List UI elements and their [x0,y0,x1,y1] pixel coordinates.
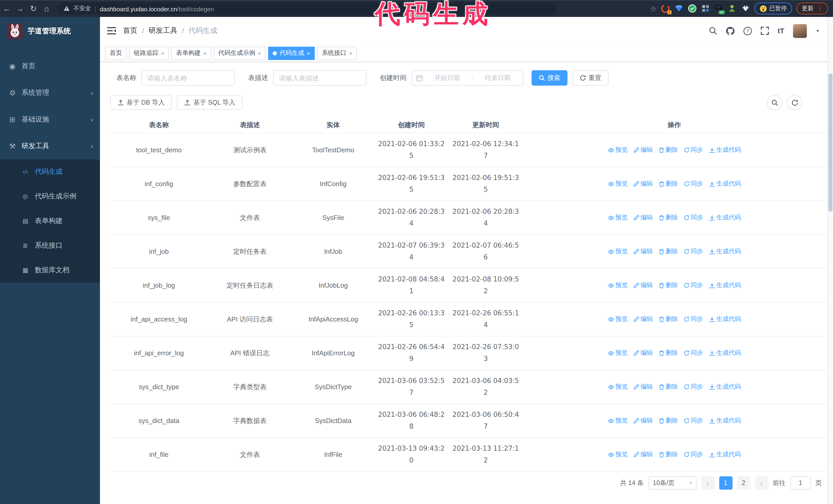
preview-link[interactable]: 预览 [608,383,628,391]
edit-link[interactable]: 编辑 [633,349,653,357]
generate-code-link[interactable]: 生成代码 [709,281,741,290]
sync-link[interactable]: 同步 [684,179,703,188]
delete-link[interactable]: 删除 [659,450,678,459]
preview-link[interactable]: 预览 [608,281,628,290]
sidebar-toggle-button[interactable] [107,27,116,34]
extension-dark-icon[interactable]: on [714,4,723,13]
preview-link[interactable]: 预览 [608,179,628,188]
github-icon[interactable] [726,26,735,35]
sidebar-item-home[interactable]: ◉ 首页 [0,53,100,79]
browser-update-button[interactable]: 更新 ⋮ [796,3,828,14]
tab-close-icon[interactable]: × [307,50,310,56]
app-logo[interactable]: 芋道管理系统 [0,17,100,46]
extension-reddit-icon[interactable]: 1 [661,4,670,13]
browser-forward-button[interactable]: → [13,4,27,13]
font-size-icon[interactable]: tT [778,27,784,35]
preview-link[interactable]: 预览 [608,450,628,459]
generate-code-link[interactable]: 生成代码 [709,349,741,357]
sync-link[interactable]: 同步 [684,247,703,256]
delete-link[interactable]: 删除 [659,349,678,357]
generate-code-link[interactable]: 生成代码 [709,213,741,222]
kebab-menu-icon[interactable]: ⋮ [817,5,823,12]
sidebar-item-codegen[interactable]: ‹/› 代码生成 [0,160,100,184]
tab-close-icon[interactable]: × [161,50,164,56]
generate-code-link[interactable]: 生成代码 [709,450,741,459]
page-2[interactable]: 2 [737,476,750,490]
breadcrumb-dev-tools[interactable]: 研发工具 [149,26,177,35]
help-icon[interactable]: ? [743,26,752,35]
sync-link[interactable]: 同步 [684,349,703,357]
delete-link[interactable]: 删除 [659,213,678,222]
generate-code-link[interactable]: 生成代码 [709,179,741,188]
sync-link[interactable]: 同步 [684,146,703,154]
preview-link[interactable]: 预览 [608,349,628,357]
preview-link[interactable]: 预览 [608,416,628,425]
sync-link[interactable]: 同步 [684,450,703,459]
table-name-input[interactable] [142,70,235,86]
user-avatar[interactable] [793,24,807,38]
browser-home-button[interactable]: ⌂ [40,4,53,13]
tab-close-icon[interactable]: × [349,50,352,56]
tab-home[interactable]: 首页 [105,46,127,60]
edit-link[interactable]: 编辑 [633,383,653,391]
db-import-button[interactable]: 基于 DB 导入 [110,95,172,110]
browser-reload-button[interactable]: ↻ [27,4,40,13]
sidebar-item-codegen-example[interactable]: ◎ 代码生成示例 [0,184,100,209]
sidebar-item-system-api[interactable]: ≣ 系统接口 [0,233,100,258]
profile-paused-pill[interactable]: 已暂停 [754,3,792,14]
preview-link[interactable]: 预览 [608,247,628,256]
browser-back-button[interactable]: ← [0,4,13,13]
preview-link[interactable]: 预览 [608,315,628,323]
search-icon[interactable] [709,27,717,35]
sync-link[interactable]: 同步 [684,416,703,425]
tab-form-build[interactable]: 表单构建 × [171,46,211,60]
extension-green-icon[interactable] [728,4,736,13]
address-bar[interactable]: 不安全 | dashboard.yudao.iocoder.cn/tool/co… [57,3,557,14]
generate-code-link[interactable]: 生成代码 [709,146,741,154]
delete-link[interactable]: 删除 [659,146,678,154]
sidebar-item-db-doc[interactable]: ▦ 数据库文档 [0,258,100,283]
tab-close-icon[interactable]: × [258,50,261,56]
reset-button[interactable]: 重置 [573,70,609,86]
delete-link[interactable]: 删除 [659,281,678,290]
sync-link[interactable]: 同步 [684,281,703,290]
sync-link[interactable]: 同步 [684,383,703,391]
tab-close-icon[interactable]: × [203,50,207,56]
sync-link[interactable]: 同步 [684,213,703,222]
delete-link[interactable]: 删除 [659,247,678,256]
toggle-search-button[interactable] [767,95,782,110]
breadcrumb-home[interactable]: 首页 [123,26,137,35]
preview-link[interactable]: 预览 [608,146,628,154]
generate-code-link[interactable]: 生成代码 [709,247,741,256]
table-desc-input[interactable] [273,70,366,86]
tab-codegen-example[interactable]: 代码生成示例 × [214,46,266,60]
extension-gem-icon[interactable] [674,4,683,13]
sidebar-item-infrastructure[interactable]: ⊞ 基础设施 ∨ [0,106,100,133]
fullscreen-icon[interactable] [761,27,769,35]
preview-link[interactable]: 预览 [608,213,628,222]
delete-link[interactable]: 删除 [659,179,678,188]
avatar-caret-icon[interactable]: ▼ [815,28,820,33]
edit-link[interactable]: 编辑 [633,247,653,256]
next-page-button[interactable]: › [755,476,768,490]
edit-link[interactable]: 编辑 [633,450,653,459]
extensions-puzzle-icon[interactable] [741,4,750,13]
page-size-select[interactable]: 10条/页 ▾ [648,476,696,490]
delete-link[interactable]: 删除 [659,416,678,425]
sidebar-item-system-mgmt[interactable]: ⚙ 系统管理 ∨ [0,79,100,106]
prev-page-button[interactable]: ‹ [701,476,714,490]
tab-codegen[interactable]: 代码生成 × [268,46,315,60]
scrollbar-thumb[interactable] [828,73,832,212]
sidebar-item-form-build[interactable]: ▤ 表单构建 [0,209,100,233]
edit-link[interactable]: 编辑 [633,281,653,290]
sync-link[interactable]: 同步 [684,315,703,323]
edit-link[interactable]: 编辑 [633,146,653,154]
edit-link[interactable]: 编辑 [633,416,653,425]
sql-import-button[interactable]: 基于 SQL 导入 [177,95,242,110]
date-range-picker[interactable]: 开始日期 - 结束日期 [412,70,523,86]
edit-link[interactable]: 编辑 [633,315,653,323]
generate-code-link[interactable]: 生成代码 [709,416,741,425]
sidebar-item-dev-tools[interactable]: ⚒ 研发工具 ∧ [0,133,100,160]
extension-grid-icon[interactable] [701,4,710,13]
bookmark-star-icon[interactable]: ☆ [650,4,657,13]
